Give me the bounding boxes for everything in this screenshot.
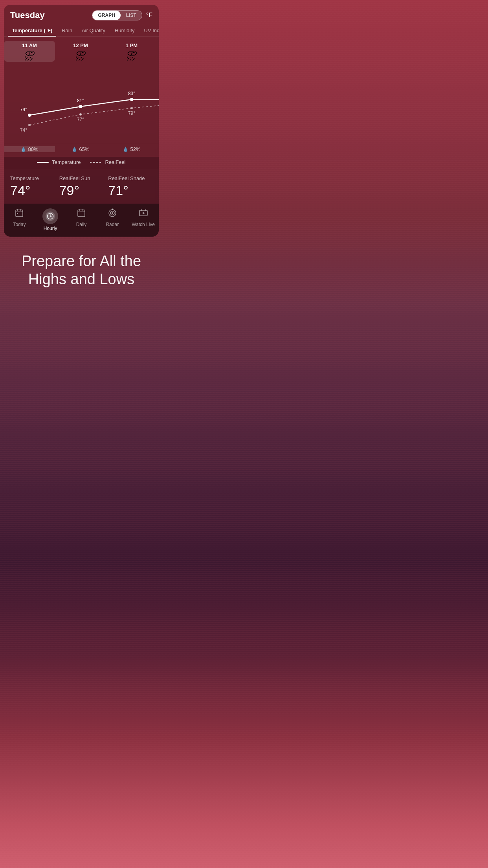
header-controls: GRAPH LIST °F <box>92 10 152 20</box>
tab-uv-index[interactable]: UV Index <box>140 24 159 37</box>
summary-realfeel-shade: RealFeel Shade 71° <box>108 175 152 198</box>
graph-toggle-btn[interactable]: GRAPH <box>92 11 120 20</box>
svg-point-0 <box>28 114 31 117</box>
precip-col-0: 💧 80% <box>4 146 55 152</box>
bottom-nav: Today Hourly <box>4 204 159 237</box>
summary-shade-value: 71° <box>108 183 152 198</box>
drop-icon-0: 💧 <box>20 147 26 152</box>
summary-shade-label: RealFeel Shade <box>108 175 152 181</box>
list-toggle-btn[interactable]: LIST <box>121 11 142 20</box>
legend-row: Temperature RealFeel <box>4 157 159 169</box>
svg-line-31 <box>50 216 51 217</box>
svg-rect-28 <box>17 213 18 214</box>
hour-col-2[interactable]: 1 PM ⛈ <box>106 41 157 62</box>
weather-icon-2: ⛈ <box>126 51 137 62</box>
tab-humidity[interactable]: Humidity <box>111 24 139 37</box>
tabs-row: Temperature (°F) Rain Air Quality Humidi… <box>4 24 159 37</box>
legend-realfeel-label: RealFeel <box>105 159 125 165</box>
summary-temp-label: Temperature <box>10 175 55 181</box>
nav-watch-live[interactable]: Watch Live <box>128 207 159 233</box>
nav-hourly[interactable]: Hourly <box>35 207 66 233</box>
precip-col-1: 💧 65% <box>55 146 106 152</box>
tab-air-quality[interactable]: Air Quality <box>78 24 109 37</box>
svg-text:83°: 83° <box>128 91 135 96</box>
hour-label-1: 12 PM <box>73 42 88 48</box>
tab-temperature[interactable]: Temperature (°F) <box>8 24 56 37</box>
svg-text:74°: 74° <box>20 127 27 133</box>
nav-watch-live-label: Watch Live <box>132 222 155 227</box>
precip-value-0: 80% <box>28 146 38 152</box>
summary-realfeel-sun: RealFeel Sun 79° <box>59 175 104 198</box>
temp-graph-svg: 79° 81° 83° 83° 84° 85° 74° 77° 79° 81° … <box>4 64 159 143</box>
svg-text:81°: 81° <box>77 98 84 103</box>
radar-icon <box>108 208 117 220</box>
svg-point-8 <box>130 107 133 109</box>
unit-label: °F <box>146 12 152 19</box>
nav-today-label: Today <box>13 222 26 227</box>
drop-icon-2: 💧 <box>123 147 128 152</box>
card-header: Tuesday GRAPH LIST °F <box>4 5 159 24</box>
svg-point-38 <box>112 212 113 214</box>
view-toggle[interactable]: GRAPH LIST <box>92 10 142 20</box>
svg-point-2 <box>130 98 133 101</box>
chart-scroll: 11 AM ⛈ 12 PM ⛈ 1 PM ⛈ 2 PM ⛈ <box>4 37 159 157</box>
svg-text:79°: 79° <box>128 110 135 116</box>
weather-icon-1: ⛈ <box>75 51 86 62</box>
hour-label-2: 1 PM <box>126 42 138 48</box>
svg-point-1 <box>79 105 82 108</box>
precip-value-2: 52% <box>130 146 140 152</box>
svg-point-6 <box>28 124 31 126</box>
chart-area: 11 AM ⛈ 12 PM ⛈ 1 PM ⛈ 2 PM ⛈ <box>4 37 159 157</box>
nav-daily-label: Daily <box>76 222 87 227</box>
precip-col-2: 💧 52% <box>106 146 157 152</box>
legend-realfeel-line <box>90 162 102 163</box>
day-title: Tuesday <box>10 10 45 20</box>
weather-icon-0: ⛈ <box>24 51 35 62</box>
hour-label-0: 11 AM <box>22 42 37 48</box>
precip-value-1: 65% <box>79 146 89 152</box>
hourly-icon <box>42 208 58 224</box>
svg-text:77°: 77° <box>77 117 84 122</box>
tagline: Prepare for All the Highs and Lows <box>0 237 163 300</box>
summary-temp-value: 74° <box>10 183 55 198</box>
drop-icon-1: 💧 <box>72 147 77 152</box>
legend-temperature: Temperature <box>37 159 81 165</box>
today-icon <box>15 208 24 220</box>
nav-daily[interactable]: Daily <box>66 207 97 233</box>
daily-icon <box>77 208 86 220</box>
legend-realfeel: RealFeel <box>90 159 125 165</box>
legend-temp-label: Temperature <box>52 159 81 165</box>
watch-live-icon <box>139 208 148 220</box>
hour-col-3[interactable]: 2 PM ⛈ <box>157 41 159 62</box>
svg-text:79°: 79° <box>20 107 27 112</box>
hour-col-0[interactable]: 11 AM ⛈ <box>4 41 55 62</box>
temp-graph: 79° 81° 83° 83° 84° 85° 74° 77° 79° 81° … <box>4 64 159 143</box>
nav-hourly-label: Hourly <box>44 226 57 231</box>
summary-sun-label: RealFeel Sun <box>59 175 104 181</box>
svg-rect-24 <box>16 210 23 217</box>
hours-row: 11 AM ⛈ 12 PM ⛈ 1 PM ⛈ 2 PM ⛈ <box>4 37 159 64</box>
nav-radar-label: Radar <box>106 222 119 227</box>
tab-rain[interactable]: Rain <box>58 24 76 37</box>
svg-marker-43 <box>143 212 145 214</box>
legend-temp-line <box>37 162 49 163</box>
nav-today[interactable]: Today <box>4 207 35 233</box>
svg-rect-32 <box>78 210 85 217</box>
summary-temperature: Temperature 74° <box>10 175 55 198</box>
weather-card: Tuesday GRAPH LIST °F Temperature (°F) R… <box>4 5 159 237</box>
hour-col-1[interactable]: 12 PM ⛈ <box>55 41 106 62</box>
nav-radar[interactable]: Radar <box>97 207 128 233</box>
summary-sun-value: 79° <box>59 183 104 198</box>
svg-point-7 <box>79 113 82 116</box>
precip-col-3: 💧 50% <box>157 146 159 152</box>
precip-row: 💧 80% 💧 65% 💧 52% 💧 50% <box>4 143 159 157</box>
summary-row: Temperature 74° RealFeel Sun 79° RealFee… <box>4 169 159 204</box>
